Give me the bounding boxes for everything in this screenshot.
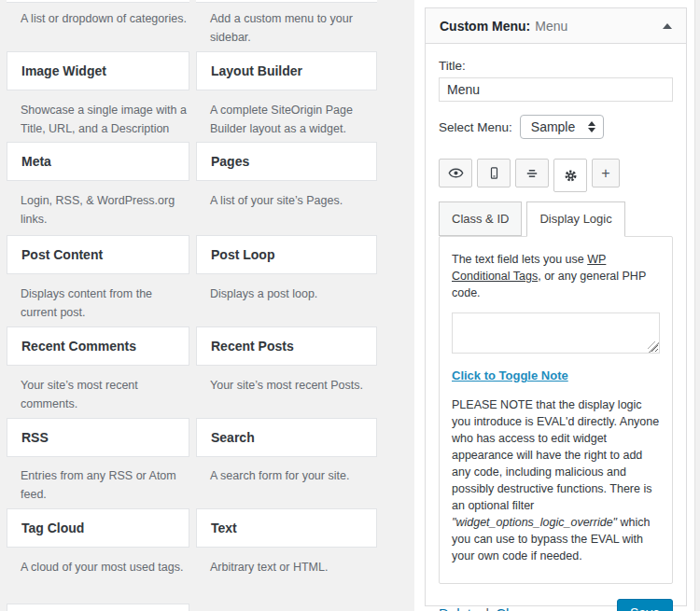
available-widgets-grid: A list or dropdown of categories. Image …: [0, 0, 414, 611]
widget-description: Add a custom menu to your sidebar.: [210, 9, 375, 47]
widget-title: Post Content: [21, 247, 103, 262]
widget-card-pages[interactable]: Pages: [196, 142, 377, 181]
mobile-icon: [487, 166, 501, 180]
widget-panel-body: Title: Select Menu: Sample: [426, 44, 686, 611]
widget-title: Tag Cloud: [21, 521, 84, 535]
widget-card-text[interactable]: Text: [196, 508, 377, 548]
page-right-gutter: [694, 0, 700, 611]
tab-display-logic[interactable]: Display Logic: [526, 201, 624, 237]
alignment-tab[interactable]: [515, 159, 549, 187]
widget-title: Pages: [211, 154, 249, 169]
tab-class-id[interactable]: Class & ID: [439, 201, 522, 236]
widget-description: Displays content from the current post.: [21, 285, 188, 322]
save-button[interactable]: Save: [617, 599, 673, 611]
plus-icon: +: [601, 165, 609, 182]
widget-description: A cloud of your most used tags.: [21, 558, 188, 576]
cutoff-card-top: [7, 604, 189, 611]
widget-description: A complete SiteOrigin Page Builder layou…: [210, 101, 375, 138]
delete-link[interactable]: Delete: [439, 605, 479, 611]
widget-card-post-content[interactable]: Post Content: [7, 235, 189, 274]
widget-description: Login, RSS, & WordPress.org links.: [21, 191, 188, 229]
widget-description: Your site’s most recent Posts.: [210, 376, 375, 395]
widget-description: Showcase a single image with a Title, UR…: [21, 101, 188, 138]
footer-separator: |: [485, 605, 489, 611]
custom-menu-widget-panel: Custom Menu: Menu Title: Select Menu: Sa…: [425, 7, 687, 606]
select-menu-row: Select Menu: Sample: [439, 115, 673, 139]
widgets-column-1: A list or dropdown of categories. Image …: [7, 0, 189, 611]
menu-select-value: Sample: [531, 119, 575, 134]
settings-sub-tabs: Class & ID Display Logic: [439, 201, 673, 236]
widget-title: Image Widget: [21, 63, 106, 78]
widget-card-search[interactable]: Search: [196, 418, 377, 457]
widget-card-recent-comments[interactable]: Recent Comments: [7, 326, 189, 366]
toggle-note-link[interactable]: Click to Toggle Note: [452, 368, 568, 382]
widget-card-post-loop[interactable]: Post Loop: [196, 235, 377, 274]
add-tab[interactable]: +: [592, 159, 620, 187]
intro-text: The text field lets you use: [452, 253, 587, 266]
widget-title: Layout Builder: [211, 63, 302, 78]
widget-title: Recent Comments: [21, 339, 136, 354]
visibility-tab[interactable]: [439, 159, 472, 187]
widget-description: Displays a post loop.: [210, 285, 375, 303]
settings-tab[interactable]: [553, 159, 587, 192]
widget-card-image-widget[interactable]: Image Widget: [7, 51, 189, 90]
widget-title: Text: [211, 521, 237, 535]
devices-tab[interactable]: [477, 159, 511, 187]
widget-card-layout-builder[interactable]: Layout Builder: [196, 51, 377, 90]
gear-icon: [563, 168, 579, 184]
widget-title: Recent Posts: [211, 339, 294, 354]
widget-panel-subtitle: Menu: [535, 19, 663, 34]
widget-card-meta[interactable]: Meta: [7, 142, 189, 181]
title-field-label: Title:: [439, 59, 673, 73]
option-icon-tabs: +: [439, 159, 673, 192]
triangle-up-icon[interactable]: [663, 23, 672, 29]
display-logic-intro: The text field lets you use WP Condition…: [452, 251, 660, 301]
widget-description: Entries from any RSS or Atom feed.: [21, 466, 188, 504]
widget-description: A search form for your site.: [210, 466, 375, 485]
widget-card-recent-posts[interactable]: Recent Posts: [196, 326, 377, 366]
menu-select-dropdown[interactable]: Sample: [520, 115, 604, 139]
select-arrows-icon: [588, 121, 595, 132]
widget-title: RSS: [21, 430, 49, 445]
cutoff-card-bottom: [7, 0, 189, 3]
widget-card-rss[interactable]: RSS: [7, 418, 189, 457]
widget-description: Arbitrary text or HTML.: [210, 558, 375, 576]
title-input[interactable]: [439, 77, 673, 102]
widget-description: A list or dropdown of categories.: [21, 9, 188, 28]
close-link[interactable]: Close: [496, 605, 531, 611]
display-logic-textarea[interactable]: [452, 312, 660, 354]
widget-title: Search: [211, 430, 255, 445]
align-center-icon: [525, 166, 539, 181]
widget-sidebar: Custom Menu: Menu Title: Select Menu: Sa…: [414, 0, 694, 611]
note-text: PLEASE NOTE that the display logic you i…: [452, 398, 659, 512]
widget-card-tag-cloud[interactable]: Tag Cloud: [7, 508, 189, 548]
widget-panel-title: Custom Menu:: [440, 19, 530, 34]
widget-description: Your site’s most recent comments.: [21, 376, 188, 413]
widget-description: A list of your site’s Pages.: [210, 191, 375, 210]
note-filter-name: "widget_options_logic_override": [452, 516, 617, 529]
widget-panel-header[interactable]: Custom Menu: Menu: [426, 8, 686, 44]
widget-title: Meta: [21, 154, 51, 169]
display-logic-panel: The text field lets you use WP Condition…: [439, 236, 673, 584]
display-logic-note: PLEASE NOTE that the display logic you i…: [452, 396, 660, 564]
cutoff-card-bottom: [196, 0, 377, 3]
widget-panel-footer: Delete | Close Save: [439, 599, 673, 611]
select-menu-label: Select Menu:: [439, 120, 512, 134]
widgets-column-2: Add a custom menu to your sidebar. Layou…: [196, 0, 377, 611]
eye-icon: [448, 165, 464, 181]
widget-title: Post Loop: [211, 247, 274, 262]
